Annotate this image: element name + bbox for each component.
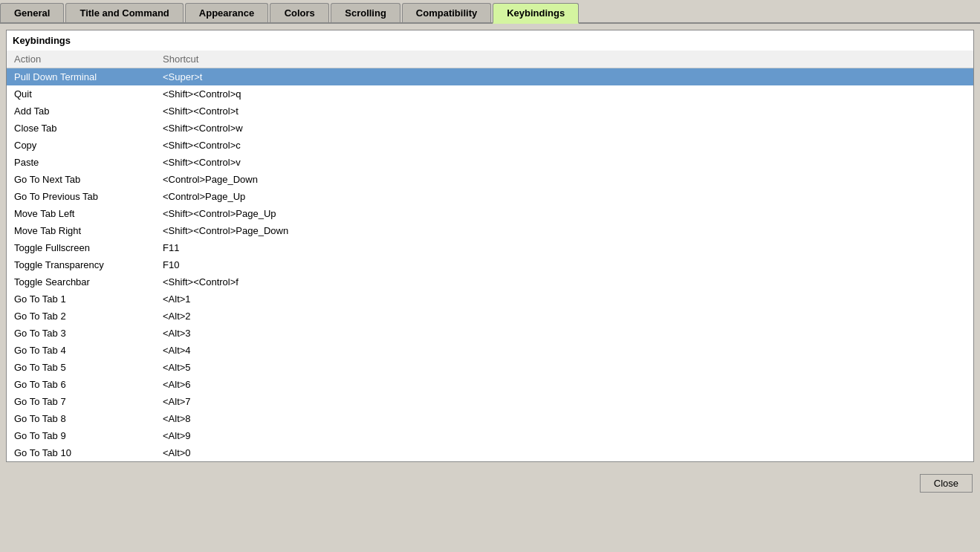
table-row[interactable]: Go To Tab 3<Alt>3 — [7, 325, 973, 342]
action-cell: Toggle Searchbar — [7, 273, 155, 290]
tab-keybindings[interactable]: Keybindings — [493, 3, 579, 24]
tab-colors[interactable]: Colors — [270, 3, 329, 22]
table-row[interactable]: Move Tab Right<Shift><Control>Page_Down — [7, 222, 973, 239]
shortcut-cell: <Shift><Control>Page_Up — [155, 205, 973, 222]
table-row[interactable]: Toggle FullscreenF11 — [7, 239, 973, 256]
shortcut-cell: <Shift><Control>c — [155, 137, 973, 154]
shortcut-cell: <Alt>4 — [155, 342, 973, 359]
tab-appearance[interactable]: Appearance — [185, 3, 268, 22]
shortcut-cell: <Shift><Control>Page_Down — [155, 222, 973, 239]
main-content: Keybindings Action Shortcut Pull Down Te… — [0, 24, 980, 468]
table-row[interactable]: Go To Tab 5<Alt>5 — [7, 359, 973, 376]
table-row[interactable]: Go To Tab 9<Alt>9 — [7, 427, 973, 444]
footer: Close — [0, 468, 980, 499]
table-row[interactable]: Go To Tab 1<Alt>1 — [7, 290, 973, 308]
table-row[interactable]: Toggle Searchbar<Shift><Control>f — [7, 273, 973, 290]
action-cell: Move Tab Right — [7, 222, 155, 239]
table-row[interactable]: Go To Tab 2<Alt>2 — [7, 308, 973, 325]
action-cell: Go To Tab 5 — [7, 359, 155, 376]
action-cell: Close Tab — [7, 120, 155, 137]
shortcut-cell: <Shift><Control>w — [155, 120, 973, 137]
table-row[interactable]: Toggle TransparencyF10 — [7, 256, 973, 273]
table-row[interactable]: Quit<Shift><Control>q — [7, 85, 973, 103]
table-row[interactable]: Go To Tab 7<Alt>7 — [7, 393, 973, 410]
action-cell: Go To Tab 10 — [7, 444, 155, 461]
tab-bar: GeneralTitle and CommandAppearanceColors… — [0, 0, 980, 24]
shortcut-cell: <Alt>9 — [155, 427, 973, 444]
action-cell: Copy — [7, 137, 155, 154]
action-cell: Go To Tab 2 — [7, 308, 155, 325]
action-cell: Go To Tab 1 — [7, 290, 155, 308]
table-header: Action Shortcut — [7, 51, 973, 68]
shortcut-cell: <Shift><Control>f — [155, 273, 973, 290]
shortcut-cell: <Alt>1 — [155, 290, 973, 308]
shortcut-cell: <Shift><Control>q — [155, 85, 973, 103]
shortcut-cell: <Alt>7 — [155, 393, 973, 410]
tab-compatibility[interactable]: Compatibility — [402, 3, 491, 22]
section-title: Keybindings — [7, 30, 973, 51]
table-row[interactable]: Go To Tab 6<Alt>6 — [7, 376, 973, 393]
action-cell: Go To Tab 4 — [7, 342, 155, 359]
action-cell: Paste — [7, 154, 155, 171]
action-cell: Pull Down Terminal — [7, 68, 155, 86]
column-action: Action — [7, 51, 155, 68]
table-row[interactable]: Go To Next Tab<Control>Page_Down — [7, 171, 973, 188]
action-cell: Go To Tab 6 — [7, 376, 155, 393]
table-row[interactable]: Pull Down Terminal<Super>t — [7, 68, 973, 86]
table-row[interactable]: Copy<Shift><Control>c — [7, 137, 973, 154]
table-row[interactable]: Paste<Shift><Control>v — [7, 154, 973, 171]
table-row[interactable]: Go To Previous Tab<Control>Page_Up — [7, 188, 973, 205]
tab-title-command[interactable]: Title and Command — [65, 3, 183, 22]
table-row[interactable]: Go To Tab 4<Alt>4 — [7, 342, 973, 359]
table-row[interactable]: Go To Tab 8<Alt>8 — [7, 410, 973, 427]
action-cell: Go To Tab 7 — [7, 393, 155, 410]
action-cell: Go To Tab 8 — [7, 410, 155, 427]
shortcut-cell: <Control>Page_Up — [155, 188, 973, 205]
shortcut-cell: <Alt>2 — [155, 308, 973, 325]
tab-scrolling[interactable]: Scrolling — [331, 3, 400, 22]
table-row[interactable]: Move Tab Left<Shift><Control>Page_Up — [7, 205, 973, 222]
table-body: Pull Down Terminal<Super>tQuit<Shift><Co… — [7, 68, 973, 462]
shortcut-cell: F11 — [155, 239, 973, 256]
column-shortcut: Shortcut — [155, 51, 973, 68]
table-row[interactable]: Close Tab<Shift><Control>w — [7, 120, 973, 137]
shortcut-cell: <Shift><Control>t — [155, 103, 973, 120]
action-cell: Go To Tab 3 — [7, 325, 155, 342]
action-cell: Go To Tab 9 — [7, 427, 155, 444]
shortcut-cell: <Alt>8 — [155, 410, 973, 427]
shortcut-cell: <Shift><Control>v — [155, 154, 973, 171]
action-cell: Move Tab Left — [7, 205, 155, 222]
shortcut-cell: F10 — [155, 256, 973, 273]
action-cell: Quit — [7, 85, 155, 103]
action-cell: Go To Previous Tab — [7, 188, 155, 205]
shortcut-cell: <Control>Page_Down — [155, 171, 973, 188]
shortcut-cell: <Alt>6 — [155, 376, 973, 393]
shortcut-cell: <Alt>3 — [155, 325, 973, 342]
shortcut-cell: <Alt>5 — [155, 359, 973, 376]
keybindings-table-container: Action Shortcut Pull Down Terminal<Super… — [7, 51, 973, 461]
shortcut-cell: <Alt>0 — [155, 444, 973, 461]
shortcut-cell: <Super>t — [155, 68, 973, 86]
keybindings-table: Action Shortcut Pull Down Terminal<Super… — [7, 51, 973, 461]
table-row[interactable]: Go To Tab 10<Alt>0 — [7, 444, 973, 461]
action-cell: Go To Next Tab — [7, 171, 155, 188]
action-cell: Add Tab — [7, 103, 155, 120]
close-button[interactable]: Close — [920, 474, 973, 493]
tab-general[interactable]: General — [0, 3, 64, 22]
table-row[interactable]: Add Tab<Shift><Control>t — [7, 103, 973, 120]
action-cell: Toggle Transparency — [7, 256, 155, 273]
action-cell: Toggle Fullscreen — [7, 239, 155, 256]
section-box: Keybindings Action Shortcut Pull Down Te… — [6, 30, 974, 462]
